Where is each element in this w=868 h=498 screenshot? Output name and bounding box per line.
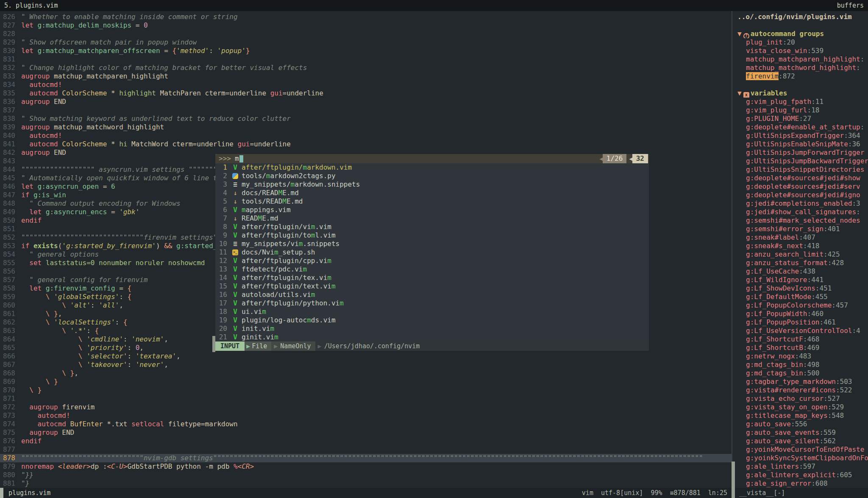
vista-group-variables[interactable]: ▼xvariables [737, 89, 868, 98]
vista-tag[interactable]: g:Lf_UseCache:438 [737, 267, 868, 276]
file-result-row[interactable]: 15Vafter/ftplugin/text.vim [215, 282, 649, 291]
file-result-row[interactable]: 19Vplugin/log-autocmds.vim [215, 316, 649, 325]
vista-tag[interactable]: g:Lf_ShortcutB:469 [737, 344, 868, 352]
code-line[interactable]: 828 [0, 30, 732, 38]
file-result-list[interactable]: 1Vafter/ftplugin/markdown.vim2tools/mark… [215, 163, 649, 341]
buffers-label[interactable]: buffers [837, 2, 868, 9]
vista-tag[interactable]: g:deoplete#sources#jedi#serv [737, 182, 868, 191]
vista-tag[interactable]: plug_init:20 [737, 38, 868, 47]
vista-tag[interactable]: g:yoinkMoveCursorToEndOfPaste [737, 445, 868, 454]
vista-tag[interactable]: g:vim_plug_furl:18 [737, 106, 868, 115]
vista-tag[interactable]: g:jedi#show_call_signatures: [737, 208, 868, 216]
code-line[interactable]: 840 autocmd! [0, 131, 732, 140]
code-line[interactable]: 877 [0, 445, 732, 454]
file-result-row[interactable]: 16Vautoload/utils.vim [215, 291, 649, 299]
fold-arrow-icon[interactable]: ▼ [737, 30, 742, 38]
vista-tag[interactable]: g:semshi#error_sign:401 [737, 225, 868, 233]
code-line[interactable]: 874 autocmd BufEnter *.txt setlocal file… [0, 420, 732, 428]
search-query[interactable]: m [235, 154, 239, 163]
file-result-row[interactable]: 8Vafter/ftplugin/vim.vim [215, 223, 649, 231]
vista-tag[interactable]: g:ale_linters_explicit:605 [737, 471, 868, 479]
vista-tag[interactable]: g:deoplete#sources#jedi#show [737, 174, 868, 182]
code-line[interactable]: 872 augroup firenvim [0, 403, 732, 411]
vista-tag[interactable]: g:Lf_PopupWidth:460 [737, 310, 868, 318]
file-result-row[interactable]: 21Vginit.vim [215, 333, 649, 341]
code-line[interactable]: 831 [0, 55, 732, 64]
code-line[interactable]: 870 \ } [0, 386, 732, 394]
vista-tag[interactable]: g:netrw_nogx:483 [737, 352, 868, 361]
vista-tag[interactable]: g:anzu_status_format:428 [737, 259, 868, 267]
vista-tag[interactable]: g:Lf_ShortcutF:468 [737, 335, 868, 344]
code-line[interactable]: 827let g:matchup_delim_noskips = 0 [0, 21, 732, 30]
vista-tag[interactable]: g:Lf_PopupColorscheme:457 [737, 301, 868, 310]
file-result-row[interactable]: 5↓tools/README.md [215, 197, 649, 206]
code-line[interactable]: 839augroup matchup_matchword_highlight [0, 123, 732, 131]
vista-tag[interactable]: g:UltiSnipsExpandTrigger:364 [737, 131, 868, 140]
code-line[interactable]: 878""""""""""""""""""""""""""""""nvim-gd… [0, 454, 732, 462]
vista-tag[interactable]: g:Lf_WildIgnore:441 [737, 276, 868, 284]
vista-sidebar[interactable]: ..o/.config/nvim/plugins.vim▼?autocomman… [732, 11, 868, 488]
sidebar-scrollbar-thumb[interactable] [732, 462, 735, 498]
leaderf-popup[interactable]: >>> m ◀ 1/26 ◀ 32 1Vafter/ftplugin/markd… [215, 154, 649, 351]
code-line[interactable]: 879nnoremap <leader>dp :<C-U>GdbStartPDB… [0, 462, 732, 471]
vista-tag[interactable]: matchup_matchword_highlight: [737, 64, 868, 72]
file-result-row[interactable]: 18Vui.vim [215, 308, 649, 316]
vista-tag[interactable]: g:deoplete#sources#jedi#igno [737, 191, 868, 199]
vista-tag[interactable]: g:UltiSnipsJumpBackwardTrigger [737, 157, 868, 165]
code-line[interactable]: 837 [0, 106, 732, 115]
vista-tag[interactable]: g:md_ctags_bin:500 [737, 369, 868, 378]
file-result-row[interactable]: 14Vafter/ftplugin/tex.vim [215, 274, 649, 282]
code-line[interactable]: 866 \ 'selector': 'textarea', [0, 352, 732, 361]
file-result-row[interactable]: 7↓README.md [215, 214, 649, 223]
vista-tag[interactable]: g:semshi#mark_selected_nodes [737, 216, 868, 225]
fold-arrow-icon[interactable]: ▼ [737, 89, 742, 97]
vista-tag[interactable]: g:UltiSnipsEnableSnipMate:36 [737, 140, 868, 148]
vista-tag[interactable]: g:PLUGIN_HOME:27 [737, 115, 868, 123]
code-line[interactable]: 869 \ } [0, 378, 732, 386]
vista-tag[interactable]: g:vim_plug_fpath:11 [737, 98, 868, 106]
code-line[interactable]: 830let g:matchup_matchparen_offscreen = … [0, 47, 732, 55]
popup-scrollbar-thumb[interactable] [212, 336, 215, 352]
vista-tag[interactable]: g:tagbar_type_markdown:503 [737, 378, 868, 386]
code-line[interactable]: 841 autocmd ColorScheme * hi MatchWord c… [0, 140, 732, 148]
vista-tag[interactable]: g:ale_sign_error:608 [737, 479, 868, 488]
code-line[interactable]: 826" Whether to enable matching inside c… [0, 13, 732, 21]
vista-tag[interactable]: vista_close_win:539 [737, 47, 868, 55]
vista-tag[interactable]: g:Lf_PopupPosition:461 [737, 318, 868, 327]
vista-tag[interactable]: g:Lf_UseVersionControlTool:4 [737, 327, 868, 335]
code-line[interactable]: 867 \ 'takeover': 'never', [0, 361, 732, 369]
code-line[interactable]: 836augroup END [0, 98, 732, 106]
vista-tag[interactable]: matchup_matchparen_highlight: [737, 55, 868, 64]
vista-tag[interactable]: g:ale_linters:597 [737, 462, 868, 471]
vista-tag[interactable]: g:auto_save_silent:562 [737, 437, 868, 445]
file-result-row[interactable]: 10≡my_snippets/vim.snippets [215, 240, 649, 248]
vista-tag[interactable]: g:sneak#s_next:418 [737, 242, 868, 250]
vista-tag[interactable]: g:UltiSnipsJumpForwardTrigger [737, 148, 868, 157]
vista-tag[interactable]: g:vista_echo_cursor:527 [737, 394, 868, 403]
code-line[interactable]: 838" Show matching keyword as underlined… [0, 115, 732, 123]
file-result-row[interactable]: 13Vftdetect/pdc.vim [215, 265, 649, 274]
vista-tag[interactable]: g:yoinkSyncSystemClipboardOnFocus [737, 454, 868, 462]
vista-tag[interactable]: g:vista#renderer#icons:522 [737, 386, 868, 394]
file-result-row[interactable]: 1Vafter/ftplugin/markdown.vim [215, 163, 649, 172]
vista-tag[interactable]: g:Lf_ShowDevIcons:451 [737, 284, 868, 293]
code-line[interactable]: 868 \ }, [0, 369, 732, 378]
vista-tag[interactable]: firenvim:872 [737, 72, 868, 81]
file-result-row[interactable]: 9Vafter/ftplugin/toml.vim [215, 231, 649, 240]
tab-active-plugins-vim[interactable]: 5. plugins.vim [0, 2, 58, 9]
file-result-row[interactable]: 2tools/markdown2ctags.py [215, 172, 649, 180]
code-line[interactable]: 880"}} [0, 471, 732, 479]
vista-group-autocommand-groups[interactable]: ▼?autocommand groups [737, 30, 868, 38]
code-line[interactable]: 871 [0, 394, 732, 403]
file-result-row[interactable]: 12Vafter/ftplugin/cpp.vim [215, 257, 649, 265]
code-line[interactable]: 876endif [0, 437, 732, 445]
code-line[interactable]: 875 augroup END [0, 428, 732, 437]
vista-tag[interactable]: g:vista_stay_on_open:529 [737, 403, 868, 411]
file-result-row[interactable]: 17Vafter/ftplugin/python.vim [215, 299, 649, 308]
vista-tag[interactable]: g:md_ctags_bin:498 [737, 361, 868, 369]
vista-tag[interactable]: g:auto_save_events:559 [737, 428, 868, 437]
file-result-row[interactable]: 4↓docs/README.md [215, 189, 649, 197]
code-line[interactable]: 832" Change highlight color of matching … [0, 64, 732, 72]
vista-tag[interactable]: g:sneak#label:407 [737, 233, 868, 242]
code-line[interactable]: 873 autocmd! [0, 411, 732, 420]
